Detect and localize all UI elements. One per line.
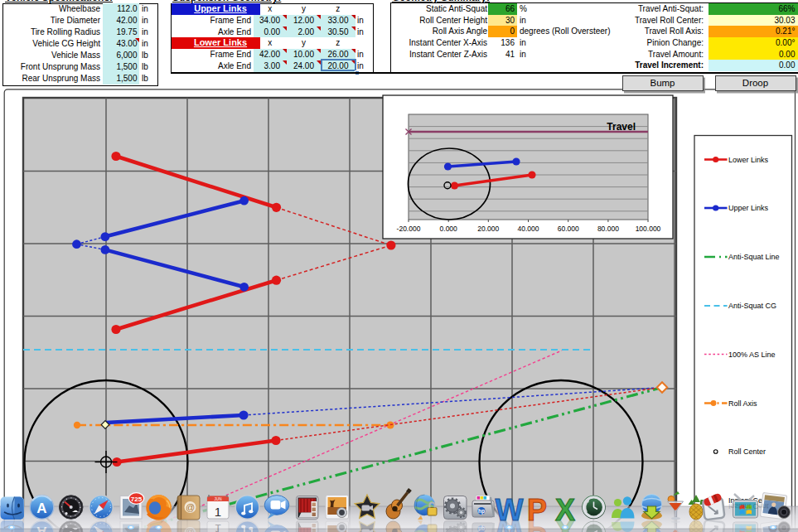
svg-text:@: @ xyxy=(186,502,195,512)
svg-text:1: 1 xyxy=(215,505,221,519)
svg-text:725: 725 xyxy=(131,496,143,503)
svg-text:hp: hp xyxy=(478,508,485,515)
svg-text:Instant Cent: Instant Cent xyxy=(728,502,769,510)
svg-text:JUN: JUN xyxy=(215,497,222,501)
svg-text:A: A xyxy=(36,501,46,516)
